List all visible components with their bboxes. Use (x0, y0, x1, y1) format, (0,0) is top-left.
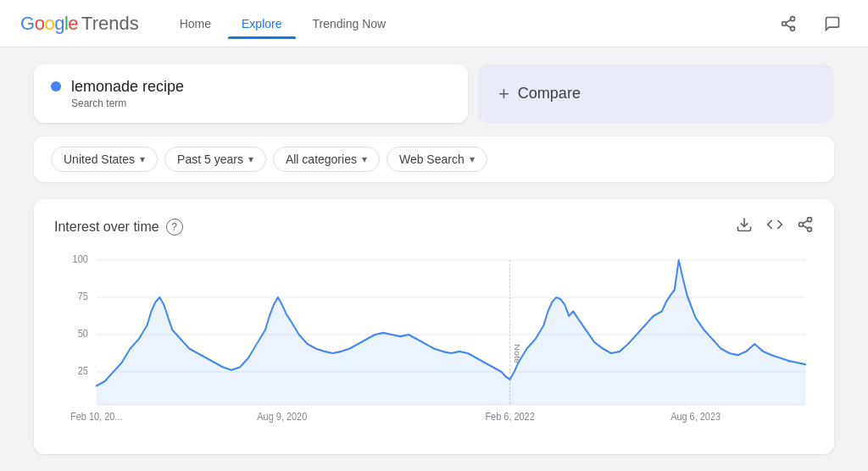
svg-line-10 (803, 220, 808, 223)
embed-button[interactable] (766, 216, 783, 237)
type-chevron: ▾ (470, 153, 475, 165)
search-type-label: Search term (71, 97, 184, 109)
svg-text:Aug 9, 2020: Aug 9, 2020 (257, 412, 307, 423)
category-label: All categories (286, 152, 357, 166)
svg-text:50: 50 (78, 329, 88, 340)
region-label: United States (64, 152, 135, 166)
svg-line-4 (786, 19, 791, 22)
search-type-filter[interactable]: Web Search ▾ (387, 147, 487, 172)
nav-trending[interactable]: Trending Now (299, 10, 400, 37)
feedback-button[interactable] (817, 8, 848, 39)
svg-text:Feb 6, 2022: Feb 6, 2022 (485, 412, 534, 423)
chart-title: Interest over time (54, 219, 159, 235)
chart-header: Interest over time ? (54, 216, 814, 237)
svg-text:25: 25 (78, 366, 88, 377)
chart-svg: 100 75 50 25 Note Feb 10, 20... Aug 9, 2… (54, 251, 814, 437)
svg-text:100: 100 (73, 254, 88, 265)
chart-share-button[interactable] (797, 216, 814, 237)
download-button[interactable] (736, 216, 753, 237)
svg-point-8 (808, 227, 812, 231)
period-filter[interactable]: Past 5 years ▾ (164, 147, 266, 172)
svg-line-9 (803, 225, 808, 228)
main-content: lemonade recipe Search term + Compare Un… (0, 47, 868, 471)
svg-line-3 (786, 25, 791, 27)
header-actions (773, 8, 848, 39)
search-term: lemonade recipe (71, 78, 184, 96)
region-filter[interactable]: United States ▾ (51, 147, 158, 172)
svg-point-6 (808, 218, 812, 222)
search-dot (51, 81, 61, 91)
header: Google Trends Home Explore Trending Now (0, 0, 868, 47)
search-box: lemonade recipe Search term (34, 64, 468, 123)
trends-wordmark: Trends (81, 13, 139, 35)
compare-label: Compare (518, 85, 581, 103)
svg-text:Aug 6, 2023: Aug 6, 2023 (670, 412, 721, 423)
chart-card: Interest over time ? (34, 199, 834, 454)
region-chevron: ▾ (140, 153, 145, 165)
svg-text:75: 75 (78, 291, 88, 302)
svg-point-2 (791, 26, 795, 30)
search-area: lemonade recipe Search term + Compare (34, 64, 834, 123)
svg-text:Feb 10, 20...: Feb 10, 20... (70, 412, 122, 423)
nav-home[interactable]: Home (166, 10, 225, 37)
chart-title-group: Interest over time ? (54, 219, 183, 236)
svg-point-7 (799, 223, 804, 227)
svg-point-0 (791, 16, 795, 20)
google-wordmark: Google (20, 13, 78, 35)
share-button[interactable] (773, 8, 804, 39)
period-chevron: ▾ (248, 153, 253, 165)
logo: Google Trends (20, 13, 139, 35)
svg-point-1 (782, 21, 787, 25)
category-chevron: ▾ (362, 153, 367, 165)
chart-container: 100 75 50 25 Note Feb 10, 20... Aug 9, 2… (54, 251, 814, 437)
category-filter[interactable]: All categories ▾ (273, 147, 380, 172)
compare-plus-icon: + (498, 83, 509, 105)
search-text-group: lemonade recipe Search term (71, 78, 184, 109)
nav-explore[interactable]: Explore (228, 10, 295, 37)
help-icon[interactable]: ? (166, 219, 183, 236)
filter-bar: United States ▾ Past 5 years ▾ All categ… (34, 136, 834, 182)
main-nav: Home Explore Trending Now (166, 10, 399, 37)
chart-actions (736, 216, 814, 237)
search-type-label: Web Search (399, 152, 465, 166)
compare-box[interactable]: + Compare (478, 64, 834, 123)
period-label: Past 5 years (177, 152, 243, 166)
